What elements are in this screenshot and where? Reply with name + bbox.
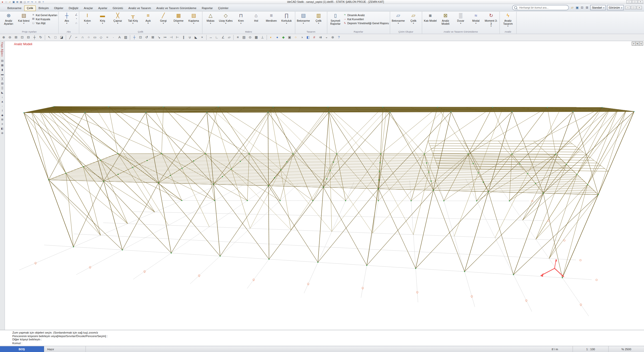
area-icon[interactable]: ▱ bbox=[226, 35, 232, 40]
angle-icon[interactable]: ∠ bbox=[220, 35, 226, 40]
tab-analiz-ve-tasarim-goruntuleme[interactable]: Analiz ve Tasarım Görüntüleme bbox=[154, 5, 199, 11]
ribbon-button-makas[interactable]: △Makas▾ bbox=[203, 12, 218, 30]
mdi-minimize-button[interactable]: – bbox=[625, 6, 630, 10]
fillet-icon[interactable]: ∪ bbox=[187, 35, 193, 40]
move-icon[interactable]: ┼ bbox=[131, 35, 137, 40]
rectangle-icon[interactable]: ▭ bbox=[92, 35, 98, 40]
mdi-restore-button[interactable]: □ bbox=[631, 6, 636, 10]
light-icon[interactable]: ◐ bbox=[268, 35, 274, 40]
ribbon-button-hol[interactable]: ⌂Hol bbox=[249, 12, 264, 30]
select-window-icon[interactable]: □ bbox=[53, 35, 58, 40]
slabs-icon[interactable]: ▧ bbox=[1, 82, 4, 85]
status-zoom[interactable]: % 2500 bbox=[609, 346, 644, 352]
search-input[interactable] bbox=[518, 6, 567, 10]
ribbon-button-analiz-tasarim[interactable]: ϟAnaliz Tasarım▾ bbox=[501, 12, 515, 30]
zoom-in-icon[interactable]: ⊕ bbox=[1, 35, 7, 40]
groups-icon[interactable]: ⊞ bbox=[1, 118, 4, 121]
tab-araclar[interactable]: Araçlar bbox=[81, 5, 96, 11]
viewport[interactable]: Analiz Modeli YNV bbox=[5, 41, 644, 330]
spline-icon[interactable]: ≈ bbox=[104, 35, 110, 40]
cut-icon[interactable]: × bbox=[34, 0, 37, 4]
ribbon-button-capraz[interactable]: ╳Çapraz▾ bbox=[110, 12, 125, 30]
ribbon-button-tali-kiris[interactable]: ╥Tali Kiriş▾ bbox=[126, 12, 140, 30]
display-settings-icon[interactable]: ⊛ bbox=[330, 35, 335, 40]
tab-analiz-ve-tasarim[interactable]: Analiz ve Tasarım bbox=[126, 5, 154, 11]
window-grid-icon[interactable]: ⊞ bbox=[585, 6, 589, 10]
ribbon-button-kat-kuvvetleri[interactable]: →Kat Kuvvetleri bbox=[343, 17, 389, 20]
loads-icon[interactable]: ↓ bbox=[1, 95, 4, 99]
tab-goruntu[interactable]: Görüntü bbox=[110, 5, 126, 11]
ribbon-button-kiris[interactable]: ▬Kiriş▾ bbox=[95, 12, 110, 30]
tab-cizimler[interactable]: Çizimler bbox=[216, 5, 231, 11]
ribbon-button-celik[interactable]: ▥Çelik▾ bbox=[311, 12, 326, 30]
open-view-icon[interactable]: ▱ bbox=[570, 6, 574, 10]
material-icon[interactable]: ◆ bbox=[281, 35, 286, 40]
layers-panel-icon[interactable]: ≡ bbox=[1, 122, 4, 126]
tab-degistir[interactable]: Değiştir bbox=[66, 5, 81, 11]
tab-betonarme[interactable]: Betonarme bbox=[5, 5, 24, 11]
print-icon[interactable]: ▤ bbox=[19, 0, 23, 4]
new-file-icon[interactable]: □ bbox=[5, 0, 8, 4]
command-search[interactable] bbox=[512, 5, 569, 10]
tab-ayarlar[interactable]: Ayarlar bbox=[96, 5, 110, 11]
ribbon-button-merdiven[interactable]: ≡Merdiven bbox=[264, 12, 279, 30]
command-prompt[interactable]: Komut : bbox=[12, 341, 644, 345]
zoom-previous-icon[interactable]: ⊟ bbox=[25, 35, 31, 40]
tab-objeler[interactable]: Objeler bbox=[52, 5, 66, 11]
offset-icon[interactable]: ∥ bbox=[181, 35, 187, 40]
layers-icon[interactable]: ≡ bbox=[235, 35, 241, 40]
sections-icon[interactable]: I bbox=[1, 109, 4, 112]
materials-icon[interactable]: ◆ bbox=[1, 113, 4, 117]
ribbon-button-gergi[interactable]: ╱Gergi▾ bbox=[156, 12, 171, 30]
select-icon[interactable]: ↖ bbox=[46, 35, 52, 40]
ribbon-button-uzay-kafes[interactable]: ◇Uzay Kafes▾ bbox=[218, 12, 233, 30]
rotate-icon[interactable]: ↺ bbox=[144, 35, 149, 40]
ribbon-button-celik[interactable]: ▱Çelik▾ bbox=[406, 12, 421, 30]
polyline-icon[interactable]: ⌐ bbox=[74, 35, 79, 40]
extend-icon[interactable]: ⊢ bbox=[175, 35, 180, 40]
ribbon-button-secmeli-raporlar[interactable]: ▯Seçmeli Raporlar bbox=[328, 12, 343, 30]
grid-icon[interactable]: ▦ bbox=[253, 35, 259, 40]
ribbon-button-yan-rijit[interactable]: □Yan Rijit bbox=[32, 21, 57, 25]
ribbon-button-axis-circle[interactable]: ◔ bbox=[75, 17, 78, 20]
open-file-icon[interactable]: ▱ bbox=[8, 0, 12, 4]
trim-icon[interactable]: ⊣ bbox=[168, 35, 174, 40]
invert-selection-icon[interactable]: ◪ bbox=[59, 35, 65, 40]
measure-icon[interactable]: ∟ bbox=[214, 35, 220, 40]
scale-icon[interactable]: ↘ bbox=[156, 35, 162, 40]
shadow-icon[interactable]: ◑ bbox=[299, 35, 305, 40]
view-3d-icon[interactable]: ◧ bbox=[305, 35, 311, 40]
print-preview-icon[interactable]: ◻ bbox=[23, 0, 26, 4]
ribbon-button-kati-model[interactable]: ■Katı Model bbox=[423, 12, 438, 30]
views-icon[interactable]: ◧ bbox=[1, 127, 4, 130]
gorunum-combo[interactable]: Görünüm ▾ bbox=[607, 5, 624, 10]
chamfer-icon[interactable]: ◣ bbox=[193, 35, 199, 40]
arc-icon[interactable]: ∩ bbox=[80, 35, 85, 40]
ribbon-button-deprem-yonetmeligi-genel-raporu[interactable]: ϟDeprem Yönetmeliği Genel Raporu bbox=[343, 21, 389, 25]
ribbon-button-kaplama[interactable]: ▤Kaplama▾ bbox=[186, 12, 201, 30]
redo-icon[interactable]: ↪ bbox=[30, 0, 34, 4]
ribbon-button-modal[interactable]: ≈Modal▾ bbox=[469, 12, 483, 30]
walls-icon[interactable]: ▒ bbox=[1, 86, 4, 90]
dimension-icon[interactable]: ↔ bbox=[208, 35, 214, 40]
ribbon-button-betonarme[interactable]: ▱Betonarme▾ bbox=[391, 12, 406, 30]
ribbon-button-moment-3-3[interactable]: ↻Moment 3-3▾ bbox=[484, 12, 499, 30]
nodes-icon[interactable]: ◦ bbox=[1, 104, 4, 108]
copy-icon[interactable]: ⊡ bbox=[138, 35, 143, 40]
sidebar-panel-label[interactable]: Yapı Ağacı bbox=[1, 42, 4, 57]
project-tree-icon[interactable]: ▤ bbox=[1, 59, 4, 63]
tab-celik[interactable]: Çelik bbox=[24, 5, 36, 11]
ribbon-button-betonarme[interactable]: ▤Betonarme▾ bbox=[296, 12, 311, 30]
ribbon-button-doseme[interactable]: ▦Döşeme▾ bbox=[171, 12, 186, 30]
ribbon-button-dinamik-analiz[interactable]: ≈Dinamik Analiz bbox=[343, 13, 389, 16]
window-split-icon[interactable]: ⊟ bbox=[580, 6, 584, 10]
zoom-window-icon[interactable]: ⊞ bbox=[13, 35, 19, 40]
circle-icon[interactable]: ○ bbox=[86, 35, 92, 40]
ribbon-button-asik[interactable]: ≡Aşık▾ bbox=[141, 12, 156, 30]
ribbon-button-kat-kopyala[interactable]: ⊞Kat Kopyala bbox=[32, 17, 57, 20]
status-scale[interactable]: 1 : 100 bbox=[573, 346, 609, 352]
save-icon[interactable]: ▣ bbox=[12, 0, 15, 4]
undo-icon[interactable]: ↩ bbox=[27, 0, 30, 4]
minimize-button[interactable]: – bbox=[626, 0, 632, 4]
ribbon-button-aks[interactable]: ┼Aks▾ bbox=[59, 12, 74, 30]
